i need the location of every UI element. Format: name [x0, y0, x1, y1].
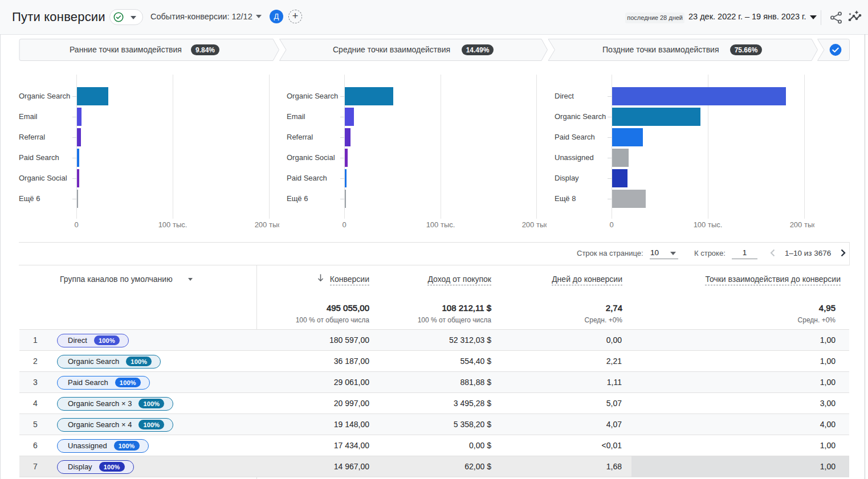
svg-text:Paid Search: Paid Search: [19, 153, 59, 162]
svg-text:Ещё 6: Ещё 6: [287, 194, 308, 203]
svg-text:Ранние точки взаимодействия: Ранние точки взаимодействия: [70, 45, 182, 54]
svg-text:Paid Search: Paid Search: [287, 174, 327, 182]
svg-text:Organic Search: Organic Search: [555, 112, 606, 121]
svg-text:Referral: Referral: [19, 133, 45, 141]
svg-text:Ещё 8: Ещё 8: [555, 194, 576, 203]
svg-text:100 тыс.: 100 тыс.: [694, 220, 723, 229]
svg-text:0: 0: [74, 220, 78, 229]
svg-text:Referral: Referral: [287, 133, 313, 141]
svg-text:100 тыс.: 100 тыс.: [426, 220, 455, 229]
svg-text:0: 0: [609, 220, 613, 229]
svg-text:Поздние точки взаимодействия: Поздние точки взаимодействия: [602, 45, 719, 54]
svg-text:Organic Social: Organic Social: [287, 153, 335, 162]
svg-text:Organic Search: Organic Search: [287, 92, 338, 100]
svg-text:Organic Social: Organic Social: [19, 174, 67, 182]
svg-text:Display: Display: [555, 174, 579, 182]
svg-text:75.66%: 75.66%: [735, 46, 758, 54]
svg-text:Direct: Direct: [555, 92, 574, 100]
svg-text:Unassigned: Unassigned: [555, 153, 594, 162]
svg-text:9.84%: 9.84%: [195, 46, 215, 54]
svg-text:200 тыс.: 200 тыс.: [790, 220, 819, 229]
svg-text:Paid Search: Paid Search: [555, 133, 595, 141]
svg-text:Средние точки взаимодействия: Средние точки взаимодействия: [333, 45, 450, 54]
svg-text:14.49%: 14.49%: [466, 46, 490, 54]
svg-text:0: 0: [342, 220, 346, 229]
svg-text:Ещё 6: Ещё 6: [19, 194, 40, 203]
svg-text:200 тыс.: 200 тыс.: [255, 220, 284, 229]
svg-text:Organic Search: Organic Search: [19, 92, 70, 100]
svg-text:100 тыс.: 100 тыс.: [158, 220, 188, 229]
svg-text:200 тыс.: 200 тыс.: [522, 220, 551, 229]
svg-text:Email: Email: [19, 112, 38, 121]
svg-text:Email: Email: [287, 112, 305, 121]
